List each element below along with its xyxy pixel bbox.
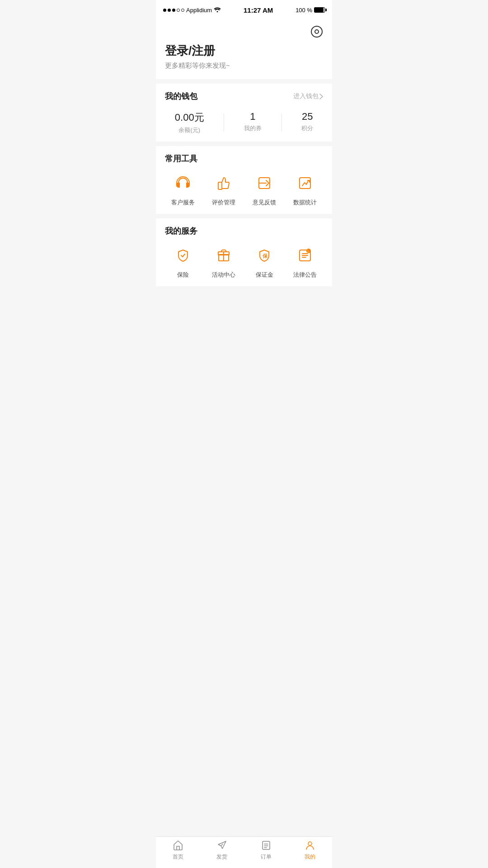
- tools-grid: 客户服务 评价管理: [165, 171, 323, 207]
- services-title: 我的服务: [165, 226, 323, 236]
- services-grid: 保险 活动中心: [165, 244, 323, 279]
- svg-text:!: !: [308, 250, 309, 253]
- wallet-stats: 0.00元 余额(元) 1 我的券 25 积分: [165, 111, 323, 134]
- stat-divider-2: [282, 113, 282, 132]
- service-legal-label: 法律公告: [293, 271, 317, 279]
- tool-feedback-label: 意见反馈: [253, 198, 276, 207]
- svg-point-1: [315, 30, 319, 33]
- svg-point-8: [306, 249, 311, 253]
- battery-icon: [314, 7, 325, 13]
- services-section: 我的服务 保险: [156, 218, 332, 286]
- service-insurance[interactable]: 保险: [165, 244, 201, 279]
- tool-stats-label: 数据统计: [293, 198, 317, 207]
- login-subtitle: 更多精彩等你来发现~: [165, 61, 323, 70]
- login-title[interactable]: 登录/注册: [165, 43, 323, 59]
- coupons-label: 我的券: [244, 124, 262, 132]
- tool-review-label: 评价管理: [212, 198, 235, 207]
- wifi-icon: [214, 6, 221, 14]
- tool-customer-service-label: 客户服务: [171, 198, 195, 207]
- tools-section: 常用工具 客户服务: [156, 146, 332, 214]
- battery-percent: 100 %: [296, 7, 312, 14]
- insurance-icon: [171, 244, 195, 267]
- content-area: 登录/注册 更多精彩等你来发现~ 我的钱包 进入钱包 0.00元 余额(元) 1…: [156, 20, 332, 322]
- points-value: 25: [302, 111, 313, 123]
- carrier-name: Applidium: [186, 7, 212, 14]
- legal-icon: !: [293, 244, 317, 267]
- service-legal[interactable]: ! 法律公告: [287, 244, 323, 279]
- settings-icon: [310, 25, 323, 38]
- tools-title: 常用工具: [165, 153, 323, 164]
- tool-stats[interactable]: 数据统计: [287, 171, 323, 207]
- thumbup-icon: [212, 171, 235, 195]
- service-guarantee[interactable]: 保 保证金: [246, 244, 282, 279]
- service-activity[interactable]: 活动中心: [206, 244, 242, 279]
- balance-label: 余额(元): [178, 126, 200, 134]
- wallet-section: 我的钱包 进入钱包 0.00元 余额(元) 1 我的券 25 积分: [156, 84, 332, 142]
- chart-icon: [293, 171, 317, 195]
- feedback-icon: [253, 171, 276, 195]
- service-insurance-label: 保险: [177, 271, 189, 279]
- balance-value: 0.00元: [175, 111, 204, 124]
- service-guarantee-label: 保证金: [256, 271, 273, 279]
- wallet-points[interactable]: 25 积分: [301, 111, 313, 132]
- status-bar: Applidium 11:27 AM 100 %: [156, 0, 332, 20]
- wallet-title: 我的钱包: [165, 91, 197, 102]
- points-label: 积分: [301, 124, 313, 132]
- service-activity-label: 活动中心: [212, 271, 235, 279]
- signal-dots: [163, 9, 184, 12]
- tool-customer-service[interactable]: 客户服务: [165, 171, 201, 207]
- wallet-header: 我的钱包 进入钱包: [165, 91, 323, 102]
- svg-point-0: [311, 26, 322, 37]
- status-left: Applidium: [163, 6, 221, 14]
- top-section: 登录/注册 更多精彩等你来发现~: [156, 20, 332, 79]
- tool-feedback[interactable]: 意见反馈: [246, 171, 282, 207]
- settings-button[interactable]: [310, 25, 323, 39]
- guarantee-icon: 保: [253, 244, 276, 267]
- coupons-value: 1: [250, 111, 255, 123]
- headset-icon: [171, 171, 195, 195]
- svg-text:保: 保: [262, 253, 268, 259]
- stat-divider-1: [224, 113, 224, 132]
- wallet-balance[interactable]: 0.00元 余额(元): [175, 111, 204, 134]
- wallet-link[interactable]: 进入钱包: [293, 92, 323, 100]
- gift-icon: [212, 244, 235, 267]
- tool-review[interactable]: 评价管理: [206, 171, 242, 207]
- settings-btn-container: [165, 25, 323, 39]
- wallet-coupons[interactable]: 1 我的券: [244, 111, 262, 132]
- status-right: 100 %: [296, 7, 325, 14]
- status-time: 11:27 AM: [244, 6, 273, 14]
